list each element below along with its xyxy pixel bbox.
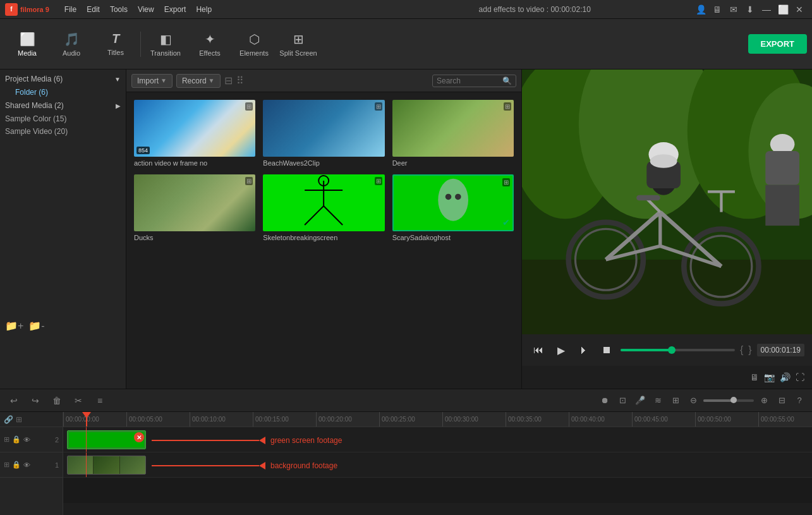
- search-icon[interactable]: 🔍: [502, 76, 512, 85]
- add-track-icon[interactable]: ⊞: [668, 396, 683, 405]
- fit-icon[interactable]: ⊟: [774, 396, 789, 405]
- menu-edit[interactable]: Edit: [82, 0, 105, 19]
- sidebar-shared-media[interactable]: Shared Media (2) ▶: [0, 99, 126, 112]
- add-folder-icon[interactable]: 📁+: [5, 320, 23, 332]
- voice-icon[interactable]: ≋: [650, 396, 665, 405]
- audio-icon: 🎵: [64, 32, 80, 47]
- timeline-right: 00:00:00:00 00:00:05:00 00:00:10:00 00:0…: [63, 412, 812, 515]
- grid-view-icon: ⊞: [375, 102, 382, 111]
- clip-delete-button[interactable]: ✕: [134, 432, 144, 442]
- timeline-clip-green[interactable]: ✕: [67, 430, 146, 449]
- settings-button[interactable]: ≡: [91, 396, 109, 406]
- media-item-label: action video w frame no: [134, 159, 255, 167]
- plus-icon[interactable]: ⊕: [756, 396, 772, 405]
- ann-line: [152, 465, 259, 466]
- timeline-ruler: 00:00:00:00 00:00:05:00 00:00:10:00 00:0…: [63, 412, 812, 427]
- toolbar-effects[interactable]: ✦ Effects: [188, 22, 232, 66]
- toolbar-elements-label: Elements: [239, 49, 269, 57]
- effects-icon: ✦: [205, 32, 215, 47]
- redo-button[interactable]: ↪: [27, 396, 44, 406]
- minimize-btn[interactable]: —: [759, 2, 774, 17]
- menu-view[interactable]: View: [133, 0, 159, 19]
- record-dropdown-icon: ▼: [209, 77, 215, 84]
- export-button[interactable]: EXPORT: [748, 34, 807, 54]
- progress-bar[interactable]: [621, 349, 735, 351]
- track-eye-icon[interactable]: 👁: [23, 461, 30, 469]
- track-number: 1: [55, 461, 59, 469]
- sidebar-project-media[interactable]: Project Media (6) ▼: [0, 72, 126, 86]
- remove-folder-icon[interactable]: 📁-: [28, 320, 44, 332]
- list-item[interactable]: ⊞ Skeletonbreakingscreen: [263, 174, 384, 241]
- fullscreen-icon[interactable]: ⛶: [796, 372, 804, 382]
- sidebar-sample-color[interactable]: Sample Color (15): [0, 112, 126, 125]
- track-lock-icon[interactable]: 🔒: [12, 435, 21, 444]
- cut-button[interactable]: ✂: [70, 396, 87, 406]
- zoom-bar: [703, 399, 754, 402]
- play-button[interactable]: ▶: [552, 344, 570, 356]
- grid-icon[interactable]: ⠿: [236, 75, 244, 87]
- close-btn[interactable]: ✕: [792, 2, 807, 17]
- download-icon-btn[interactable]: ⬇: [742, 2, 758, 17]
- minus-icon[interactable]: ⊖: [686, 396, 701, 405]
- screen-icon[interactable]: 🖥: [750, 372, 759, 382]
- menu-help[interactable]: Help: [191, 0, 217, 19]
- toolbar: ⬜ Media 🎵 Audio T Titles ◧ Transition ✦ …: [0, 19, 812, 70]
- mail-icon-btn[interactable]: ✉: [726, 2, 741, 17]
- ruler-mark: 00:00:00:00: [63, 412, 99, 427]
- help-icon[interactable]: ?: [792, 396, 807, 405]
- filter-icon[interactable]: ⊟: [224, 75, 233, 87]
- preview-panel: ⏮ ▶ ⏵ ⏹ { } 00:00:01:19 🖥 📷 🔊 ⛶: [521, 70, 812, 389]
- main-area: Project Media (6) ▼ Folder (6) Shared Me…: [0, 70, 812, 389]
- user-icon-btn[interactable]: 👤: [693, 2, 708, 17]
- list-item[interactable]: ⊞ Ducks: [134, 174, 255, 241]
- play-alt-button[interactable]: ⏵: [575, 344, 593, 356]
- annotation-background: background footage: [152, 461, 337, 470]
- ruler-mark: 00:00:15:00: [253, 412, 289, 427]
- toolbar-titles[interactable]: T Titles: [94, 22, 138, 66]
- record-tl-icon[interactable]: ⏺: [597, 396, 612, 405]
- sidebar-sample-video[interactable]: Sample Video (20): [0, 125, 126, 138]
- toolbar-media[interactable]: ⬜ Media: [5, 22, 49, 66]
- toolbar-audio[interactable]: 🎵 Audio: [49, 22, 94, 66]
- list-item[interactable]: ⊞ 854 action video w frame no: [134, 100, 255, 167]
- track-eye-icon[interactable]: 👁: [23, 436, 30, 444]
- list-item[interactable]: ⊞ Deer: [392, 100, 514, 167]
- stop-button[interactable]: ⏹: [598, 344, 615, 356]
- sidebar-folder[interactable]: Folder (6): [0, 86, 126, 99]
- menu-file[interactable]: File: [59, 0, 82, 19]
- marker-icon[interactable]: ⊡: [615, 396, 630, 405]
- delete-button[interactable]: 🗑: [48, 396, 66, 406]
- transition-icon: ◧: [160, 32, 172, 47]
- toolbar-transition[interactable]: ◧ Transition: [143, 22, 188, 66]
- toolbar-elements[interactable]: ⬡ Elements: [232, 22, 276, 66]
- preview-image: [522, 70, 812, 334]
- restore-btn[interactable]: ⬜: [775, 2, 791, 17]
- menu-export[interactable]: Export: [159, 0, 191, 19]
- zoom-track[interactable]: [703, 399, 754, 402]
- list-item[interactable]: ⊞ BeachWaves2Clip: [263, 100, 384, 167]
- media-item-label: Deer: [392, 159, 514, 167]
- import-button[interactable]: Import ▼: [131, 74, 173, 88]
- elements-icon: ⬡: [249, 32, 260, 47]
- volume-icon[interactable]: 🔊: [780, 372, 791, 382]
- snap-icon[interactable]: ⊞: [16, 415, 22, 424]
- message-icon-btn[interactable]: 🖥: [710, 2, 725, 17]
- ruler-mark: 00:00:05:00: [126, 412, 162, 427]
- record-button[interactable]: Record ▼: [176, 74, 221, 88]
- timeline-cursor: [86, 412, 87, 427]
- track-lock-icon[interactable]: 🔒: [12, 461, 21, 469]
- camera-icon[interactable]: 📷: [764, 372, 775, 382]
- ann-arrow: [259, 437, 265, 444]
- timeline-clip-background[interactable]: [67, 456, 146, 475]
- list-item[interactable]: ⊞ ✔ ScarySadakoghost: [392, 174, 514, 241]
- toolbar-splitscreen[interactable]: ⊞ Split Screen: [276, 22, 320, 66]
- undo-button[interactable]: ↩: [5, 396, 23, 406]
- svg-point-7: [455, 194, 461, 200]
- mic-icon[interactable]: 🎤: [633, 396, 648, 405]
- timeline-track-1: background footage: [63, 452, 812, 478]
- link-icon[interactable]: 🔗: [4, 415, 13, 424]
- skip-back-button[interactable]: ⏮: [530, 344, 547, 356]
- search-input[interactable]: [437, 76, 500, 85]
- menu-tools[interactable]: Tools: [105, 0, 133, 19]
- logo-text: filmora 9: [20, 6, 49, 13]
